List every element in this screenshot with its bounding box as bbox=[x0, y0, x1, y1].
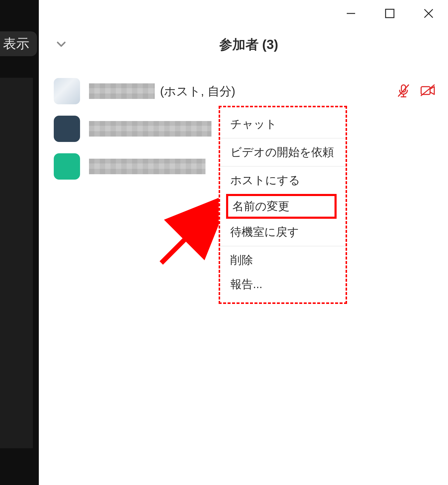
avatar bbox=[54, 116, 80, 142]
collapse-button[interactable] bbox=[55, 38, 67, 51]
svg-rect-1 bbox=[386, 9, 394, 18]
participants-panel: 参加者 (3) (ホスト, 自分) bbox=[39, 0, 448, 485]
avatar bbox=[54, 78, 80, 104]
participant-name-redacted bbox=[89, 159, 205, 174]
minimize-icon bbox=[346, 8, 356, 19]
menu-item-ask-start-video[interactable]: ビデオの開始を依頼 bbox=[220, 140, 346, 164]
context-menu: チャット ビデオの開始を依頼 ホストにする 名前の変更 待機室に戻す 削除 報告… bbox=[219, 106, 347, 304]
participant-row-self[interactable]: (ホスト, 自分) bbox=[54, 75, 442, 108]
titlebar bbox=[332, 0, 448, 27]
menu-item-chat[interactable]: チャット bbox=[220, 112, 346, 136]
video-area-sub bbox=[0, 78, 33, 448]
participant-name-redacted bbox=[89, 83, 155, 99]
close-icon bbox=[423, 8, 434, 19]
menu-item-make-host[interactable]: ホストにする bbox=[220, 168, 346, 192]
chevron-down-icon bbox=[55, 38, 67, 50]
maximize-button[interactable] bbox=[370, 0, 409, 27]
mic-muted-icon[interactable] bbox=[396, 83, 411, 99]
close-button[interactable] bbox=[409, 0, 448, 27]
menu-item-report[interactable]: 報告... bbox=[220, 272, 346, 296]
participant-name-redacted bbox=[89, 121, 211, 137]
menu-item-rename[interactable]: 名前の変更 bbox=[226, 194, 337, 219]
svg-rect-8 bbox=[421, 87, 430, 94]
minimize-button[interactable] bbox=[332, 0, 370, 27]
avatar bbox=[54, 153, 80, 180]
video-area-strip: 表示 bbox=[0, 0, 39, 485]
view-button[interactable]: 表示 bbox=[0, 31, 37, 56]
participant-suffix: (ホスト, 自分) bbox=[160, 83, 235, 100]
panel-header: 参加者 (3) bbox=[39, 36, 448, 53]
menu-item-waiting-room[interactable]: 待機室に戻す bbox=[220, 220, 346, 244]
svg-line-11 bbox=[161, 206, 218, 263]
menu-item-remove[interactable]: 削除 bbox=[220, 248, 346, 272]
video-off-icon[interactable] bbox=[419, 83, 436, 99]
maximize-icon bbox=[385, 8, 395, 19]
panel-title: 参加者 (3) bbox=[219, 36, 278, 53]
